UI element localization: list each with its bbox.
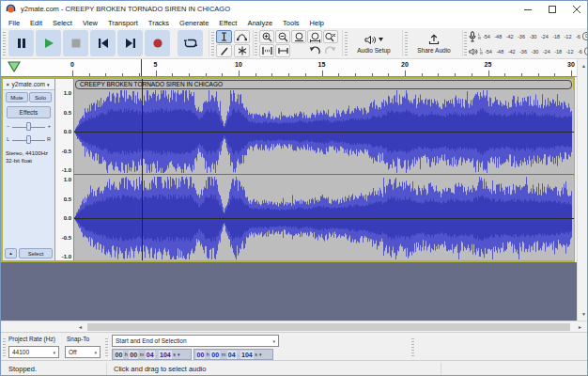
- selbar-grip[interactable]: [3, 337, 6, 356]
- mute-button[interactable]: Mute: [6, 92, 28, 102]
- time-unit[interactable]: .: [155, 352, 159, 357]
- menu-tracks[interactable]: Tracks: [148, 19, 169, 27]
- window-title: y2mate.com - CREEPY BROKEN TORNADO SIREN…: [21, 5, 230, 13]
- menu-help[interactable]: Help: [310, 19, 324, 27]
- snap-to-select[interactable]: Off ▾: [65, 346, 101, 358]
- time-unit[interactable]: s: [254, 352, 258, 357]
- menu-analyze[interactable]: Analyze: [247, 19, 272, 27]
- play-button[interactable]: [36, 30, 61, 56]
- time-unit[interactable]: h: [206, 352, 210, 357]
- time-digits[interactable]: 104: [240, 351, 254, 359]
- time-digits[interactable]: 104: [159, 351, 172, 359]
- share-grip[interactable]: [405, 31, 408, 55]
- maximize-button[interactable]: [540, 1, 565, 17]
- timeline-tick: [105, 73, 106, 76]
- stop-button[interactable]: [63, 30, 88, 56]
- gain-slider[interactable]: −+: [7, 122, 51, 132]
- tools-grip[interactable]: [211, 31, 214, 55]
- time-format-dropdown-icon[interactable]: ▾: [259, 352, 262, 357]
- time-unit[interactable]: m: [221, 352, 227, 357]
- solo-button[interactable]: Solo: [29, 92, 52, 102]
- time-digits[interactable]: 00: [196, 351, 206, 359]
- envelope-tool-button[interactable]: [234, 30, 250, 43]
- horizontal-scrollbar[interactable]: ◄ ►: [1, 321, 588, 332]
- menu-file[interactable]: File: [8, 19, 20, 27]
- time-digits[interactable]: 00: [129, 351, 138, 359]
- time-format-dropdown-icon[interactable]: ▾: [178, 352, 180, 357]
- zoom-selection-button[interactable]: [291, 30, 306, 43]
- selection-start-field[interactable]: 00h00m04.104s▾: [112, 349, 192, 360]
- time-digits[interactable]: 00: [115, 351, 124, 359]
- menu-tools[interactable]: Tools: [283, 19, 300, 27]
- menu-edit[interactable]: Edit: [30, 19, 42, 27]
- pan-slider[interactable]: LR: [7, 135, 51, 145]
- pause-button[interactable]: [8, 30, 34, 56]
- track-name[interactable]: y2mate.com: [12, 81, 45, 87]
- track-title-overlay[interactable]: CREEPY BROKEN TORNADO SIREN IN CHICAGO: [75, 80, 572, 89]
- redo-button[interactable]: [323, 44, 338, 57]
- menu-generate[interactable]: Generate: [179, 19, 209, 27]
- selection-tool-button[interactable]: [216, 30, 232, 43]
- horizontal-scroll-thumb[interactable]: [87, 323, 570, 331]
- track-select-button[interactable]: Select: [19, 248, 53, 258]
- menu-transport[interactable]: Transport: [108, 19, 138, 27]
- waveform-area[interactable]: CREEPY BROKEN TORNADO SIREN IN CHICAGO: [73, 79, 573, 260]
- draw-tool-button[interactable]: [216, 44, 232, 57]
- menu-effect[interactable]: Effect: [219, 19, 237, 27]
- time-unit[interactable]: h: [124, 352, 129, 357]
- zoom-toggle-button[interactable]: [323, 30, 338, 43]
- vertical-scrollbar[interactable]: ▲ ▼: [577, 59, 588, 321]
- collapse-track-button[interactable]: ▲: [5, 248, 17, 258]
- pinned-play-head-icon[interactable]: [8, 61, 21, 72]
- time-unit[interactable]: .: [237, 352, 240, 357]
- waveform-channel-left[interactable]: [74, 89, 574, 174]
- project-rate-select[interactable]: 44100 ▾: [8, 346, 59, 358]
- time-digits[interactable]: 04: [227, 351, 237, 359]
- undo-button[interactable]: [307, 44, 322, 57]
- timeline-label: 5: [154, 61, 158, 68]
- playspeed-grip[interactable]: [411, 337, 414, 356]
- waveform-channel-right[interactable]: [74, 176, 574, 260]
- menu-view[interactable]: View: [83, 19, 98, 27]
- multi-tool-button[interactable]: [234, 44, 250, 57]
- share-audio-button[interactable]: Share Audio: [410, 29, 458, 58]
- skip-to-end-button[interactable]: [117, 30, 143, 56]
- pan-slider-thumb[interactable]: [26, 135, 31, 144]
- loop-button[interactable]: [178, 30, 203, 56]
- zoom-out-button[interactable]: [275, 30, 290, 43]
- audio-setup-button[interactable]: Audio Setup: [349, 29, 398, 58]
- track-close-icon[interactable]: ✕: [6, 82, 10, 87]
- time-digits[interactable]: 04: [146, 351, 155, 359]
- meter-grip[interactable]: [464, 31, 467, 55]
- timeline-ruler[interactable]: 051015202530: [1, 59, 577, 77]
- trim-audio-button[interactable]: [259, 44, 274, 57]
- gain-slider-thumb[interactable]: [26, 122, 31, 131]
- menu-select[interactable]: Select: [53, 19, 72, 27]
- transport-grip[interactable]: [3, 31, 6, 55]
- record-meter[interactable]: LR -54-48-42-36-30-24-18-12-6 0: [469, 29, 588, 43]
- time-digits[interactable]: 00: [210, 351, 220, 359]
- effects-button[interactable]: Effects: [7, 106, 51, 118]
- audio-setup-grip[interactable]: [345, 31, 348, 55]
- skip-to-start-button[interactable]: [90, 30, 116, 56]
- selection-end-field[interactable]: 00h00m04.104s▾: [193, 349, 273, 360]
- vertical-scale-ruler[interactable]: 1.00.50.0-0.5-1.0 1.00.50.0-0.5-1.0: [54, 79, 73, 260]
- zoom-fit-project-button[interactable]: [307, 30, 322, 43]
- zoom-in-button[interactable]: [259, 30, 274, 43]
- time-unit[interactable]: m: [139, 352, 146, 357]
- edit-grip[interactable]: [255, 31, 257, 55]
- close-button[interactable]: [565, 1, 588, 17]
- play-icon: [43, 38, 54, 49]
- playback-meter[interactable]: LR -54-48-42-36-30-24-18-12-6 0: [469, 44, 588, 58]
- track-header[interactable]: ✕ y2mate.com ▾: [3, 79, 54, 90]
- minimize-button[interactable]: [516, 1, 540, 17]
- record-button[interactable]: [145, 30, 170, 56]
- scroll-down-icon[interactable]: ▼: [578, 308, 588, 320]
- silence-audio-button[interactable]: [275, 44, 290, 57]
- time-unit[interactable]: s: [172, 352, 177, 357]
- selection-mode-select[interactable]: Start and End of Selection ▾: [112, 335, 279, 347]
- scroll-up-icon[interactable]: ▲: [578, 60, 588, 71]
- selbar-grip2[interactable]: [105, 337, 108, 356]
- empty-track-area[interactable]: [1, 262, 577, 321]
- track-menu-icon[interactable]: ▾: [47, 82, 50, 87]
